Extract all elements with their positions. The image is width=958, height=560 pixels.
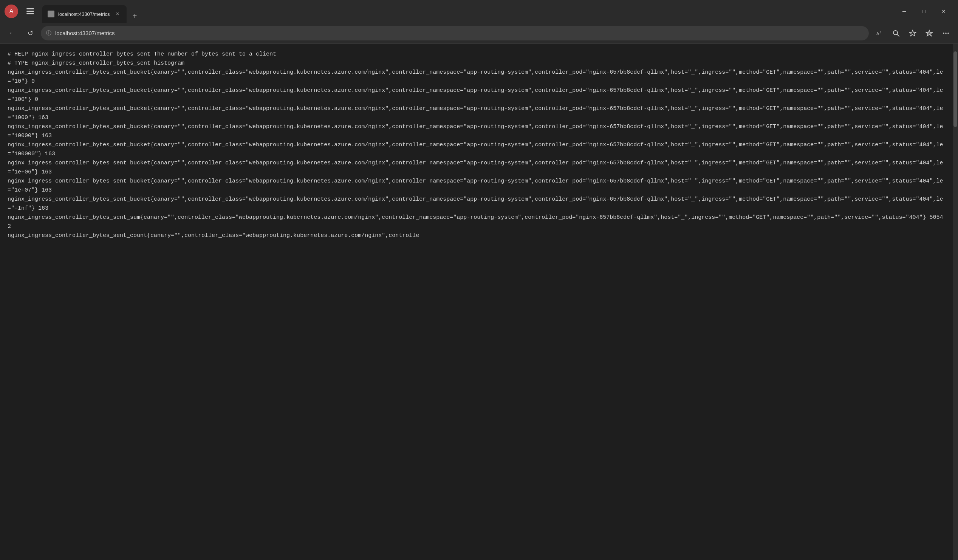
comment-line: # TYPE nginx_ingress_controller_bytes_se… (8, 60, 184, 67)
metric-line: nginx_ingress_controller_bytes_sent_sum{… (8, 214, 943, 230)
lock-icon: ⓘ (46, 30, 51, 36)
minimize-button[interactable]: ─ (895, 4, 914, 19)
metric-line: nginx_ingress_controller_bytes_sent_buck… (8, 160, 943, 175)
comment-line: # HELP nginx_ingress_controller_bytes_se… (8, 51, 276, 57)
metrics-content[interactable]: # HELP nginx_ingress_controller_bytes_se… (0, 44, 953, 560)
metric-line: nginx_ingress_controller_bytes_sent_buck… (8, 105, 943, 121)
svg-point-10 (945, 32, 947, 34)
svg-line-8 (897, 34, 899, 36)
metric-line: nginx_ingress_controller_bytes_sent_buck… (8, 69, 943, 85)
content-area: # HELP nginx_ingress_controller_bytes_se… (0, 44, 958, 560)
svg-rect-2 (27, 13, 34, 14)
tabs-area: localhost:43307/metrics ✕ + (42, 0, 888, 23)
tab-favicon (48, 11, 54, 17)
metric-line: nginx_ingress_controller_bytes_sent_buck… (8, 124, 943, 139)
svg-rect-1 (27, 11, 34, 12)
sidebar-toggle[interactable] (24, 5, 36, 17)
close-button[interactable]: ✕ (934, 4, 953, 19)
back-button[interactable]: ← (5, 26, 20, 41)
metric-line: nginx_ingress_controller_bytes_sent_buck… (8, 87, 943, 103)
address-text: localhost:43307/metrics (55, 30, 863, 36)
nav-actions: A ↑ (872, 26, 953, 41)
window-controls: ─ □ ✕ (895, 4, 953, 19)
metric-line: nginx_ingress_controller_bytes_sent_coun… (8, 232, 419, 239)
scrollbar-thumb[interactable] (953, 51, 957, 127)
metric-line: nginx_ingress_controller_bytes_sent_buck… (8, 196, 943, 212)
svg-text:A: A (876, 31, 879, 36)
maximize-button[interactable]: □ (914, 4, 934, 19)
new-tab-button[interactable]: + (128, 9, 142, 23)
refresh-button[interactable]: ↺ (23, 26, 38, 41)
scrollbar-track[interactable] (953, 44, 958, 560)
metric-line: nginx_ingress_controller_bytes_sent_buck… (8, 178, 943, 194)
svg-rect-0 (27, 8, 34, 10)
metric-line: nginx_ingress_controller_bytes_sent_buck… (8, 142, 943, 157)
titlebar: A localhost:43307/metrics ✕ + (0, 0, 958, 23)
more-button[interactable] (938, 26, 953, 41)
favorites-button[interactable] (905, 26, 920, 41)
svg-point-11 (947, 32, 949, 34)
read-aloud-button[interactable]: A ↑ (872, 26, 887, 41)
search-button[interactable] (888, 26, 904, 41)
avatar[interactable]: A (5, 5, 18, 18)
address-bar[interactable]: ⓘ localhost:43307/metrics (41, 26, 869, 40)
navbar: ← ↺ ⓘ localhost:43307/metrics A ↑ (0, 23, 958, 44)
svg-point-9 (943, 32, 944, 34)
tab-title: localhost:43307/metrics (58, 11, 110, 17)
active-tab[interactable]: localhost:43307/metrics ✕ (42, 5, 127, 23)
tab-close-button[interactable]: ✕ (114, 10, 121, 18)
svg-text:↑: ↑ (879, 30, 881, 34)
collections-button[interactable] (922, 26, 937, 41)
